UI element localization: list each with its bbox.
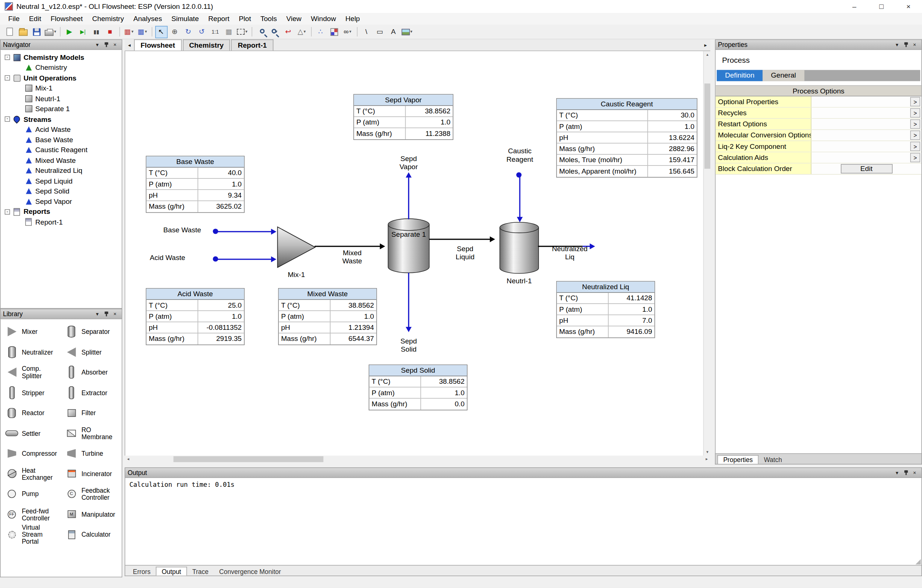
select-region-icon[interactable]: ▾: [236, 26, 248, 38]
scroll-down-icon[interactable]: ▼: [704, 449, 711, 456]
menu-item-plot[interactable]: Plot: [234, 14, 256, 24]
stream-label-sepd-solid[interactable]: Sepd Solid: [392, 337, 425, 353]
minimize-button[interactable]: –: [841, 0, 868, 13]
chevron-right-button[interactable]: >: [910, 131, 920, 140]
tree-node-chemistry[interactable]: Chemistry: [3, 63, 122, 73]
stream-table-caustic-reagent[interactable]: Caustic ReagentT (°C)30.0P (atm)1.0pH13.…: [556, 98, 697, 178]
chevron-right-button[interactable]: >: [910, 153, 920, 162]
stream-table-acid-waste[interactable]: Acid WasteT (°C)25.0P (atm)1.0pH-0.08113…: [146, 288, 245, 345]
print-icon[interactable]: ▾: [44, 26, 57, 38]
right-splitter[interactable]: [710, 39, 715, 467]
expander-icon[interactable]: -: [5, 209, 10, 214]
stream-label-caustic-reagent[interactable]: Caustic Reagent: [500, 147, 539, 163]
undo-icon[interactable]: ↩: [282, 26, 294, 38]
rotate-cw-icon[interactable]: ↻: [182, 26, 194, 38]
tab-general[interactable]: General: [763, 70, 804, 81]
stream-table-base-waste[interactable]: Base WasteT (°C)40.0P (atm)1.0pH9.34Mass…: [146, 156, 245, 213]
water-analysis-icon[interactable]: ▦▾: [136, 26, 149, 38]
tree-node-acid-waste[interactable]: Acid Waste: [3, 124, 122, 135]
stream-line-sepd-vapor[interactable]: [408, 177, 409, 219]
chevron-down-icon[interactable]: ▾: [893, 469, 901, 477]
process-option-row[interactable]: Restart Options>: [716, 119, 921, 130]
canvas-horizontal-scrollbar[interactable]: ◄ ►: [124, 456, 710, 463]
tab-scroll-right-icon[interactable]: ▸: [701, 39, 710, 51]
molecule-icon[interactable]: ∴: [314, 26, 327, 38]
chevron-right-button[interactable]: >: [910, 108, 920, 118]
library-item-mixer[interactable]: Mixer: [2, 322, 62, 342]
library-item-separator[interactable]: Separator: [62, 322, 122, 342]
tab-definition[interactable]: Definition: [717, 70, 762, 81]
library-item-ro-membrane[interactable]: RO Membrane: [62, 423, 122, 443]
tab-convergence-monitor[interactable]: Convergence Monitor: [214, 567, 286, 575]
canvas-vertical-scrollbar[interactable]: ▲ ▼: [703, 51, 710, 456]
library-item-stripper[interactable]: Stripper: [2, 382, 62, 403]
tab-trace[interactable]: Trace: [187, 567, 214, 575]
zoom-in-icon[interactable]: [255, 26, 267, 38]
menu-item-chemistry[interactable]: Chemistry: [88, 14, 129, 24]
stream-label-acid-waste[interactable]: Acid Waste: [138, 253, 185, 262]
stream-table-sepd-solid[interactable]: Sepd SolidT (°C)38.8562P (atm)1.0Mass (g…: [369, 364, 467, 410]
stream-line-sepd-liquid[interactable]: [429, 238, 493, 240]
tree-node-separate-1[interactable]: Separate 1: [3, 104, 122, 114]
tab-scroll-left-icon[interactable]: ◂: [124, 39, 134, 51]
stream-table-sepd-vapor[interactable]: Sepd VaporT (°C)38.8562P (atm)1.0Mass (g…: [353, 94, 454, 140]
chevron-down-icon[interactable]: ▾: [93, 310, 102, 318]
pin-icon[interactable]: [101, 41, 110, 49]
process-option-row[interactable]: Molecular Conversion Options>: [716, 130, 921, 141]
tree-node-report-1[interactable]: Report-1: [3, 217, 122, 227]
stream-label-neutralized-liq[interactable]: Neutralized Liq: [549, 245, 590, 261]
draw-line-icon[interactable]: \: [360, 26, 372, 38]
tab-output[interactable]: Output: [156, 567, 187, 575]
salt-table-icon[interactable]: [328, 26, 340, 38]
stream-label-base-waste[interactable]: Base Waste: [154, 226, 201, 234]
process-option-row[interactable]: Recycles>: [716, 108, 921, 119]
pan-icon[interactable]: ⊕: [168, 26, 181, 38]
flip-icon[interactable]: △▾: [296, 26, 308, 38]
tab-report-1[interactable]: Report-1: [231, 39, 273, 51]
menu-item-file[interactable]: File: [4, 14, 25, 24]
close-button[interactable]: ×: [895, 0, 922, 13]
library-item-turbine[interactable]: Turbine: [62, 443, 122, 464]
library-item-compressor[interactable]: Compressor: [2, 443, 62, 464]
library-item-feed-fwd-controller[interactable]: FFFeed-fwd Controller: [2, 504, 62, 524]
stream-line-mixed-waste[interactable]: [315, 246, 383, 247]
library-item-neutralizer[interactable]: Neutralizer: [2, 342, 62, 362]
actual-size-icon[interactable]: 1:1: [209, 26, 221, 38]
insert-image-icon[interactable]: ▾: [401, 26, 413, 38]
tree-node-caustic-reagent[interactable]: Caustic Reagent: [3, 145, 122, 155]
pause-icon[interactable]: ▮▮: [90, 26, 102, 38]
close-icon[interactable]: ×: [110, 310, 119, 318]
menu-item-analyses[interactable]: Analyses: [129, 14, 167, 24]
stream-line-acid-waste[interactable]: [216, 258, 274, 260]
process-option-row[interactable]: Calculation Aids>: [716, 152, 921, 163]
library-item-pump[interactable]: Pump: [2, 484, 62, 504]
run-to-end-icon[interactable]: ▶|: [77, 26, 89, 38]
neutralizer-shape[interactable]: [499, 221, 539, 275]
tab-chemistry[interactable]: Chemistry: [183, 39, 230, 51]
vertical-scroll-thumb[interactable]: [705, 83, 710, 169]
neutralizer-label[interactable]: Neutrl-1: [495, 277, 544, 286]
close-icon[interactable]: ×: [110, 41, 119, 49]
zoom-out-icon[interactable]: ▾: [268, 26, 281, 38]
chemistry-model-icon[interactable]: ▦▾: [123, 26, 135, 38]
process-option-row[interactable]: Optional Properties>: [716, 96, 921, 108]
menu-item-tools[interactable]: Tools: [256, 14, 281, 24]
tree-node-mix-1[interactable]: Mix-1: [3, 83, 122, 93]
chevron-right-button[interactable]: >: [910, 119, 920, 129]
mixer-shape[interactable]: [277, 226, 316, 268]
tree-node-chemistry-models[interactable]: -Chemistry Models: [3, 52, 122, 63]
tree-node-unit-operations[interactable]: -Unit Operations: [3, 73, 122, 83]
stream-label-sepd-vapor[interactable]: Sepd Vapor: [392, 155, 425, 172]
tree-node-streams[interactable]: -Streams: [3, 114, 122, 124]
separator-shape[interactable]: [387, 217, 430, 274]
library-item-incinerator[interactable]: Incinerator: [62, 464, 122, 484]
stream-table-mixed-waste[interactable]: Mixed WasteT (°C)38.8562P (atm)1.0pH1.21…: [278, 288, 377, 345]
menu-item-window[interactable]: Window: [306, 14, 340, 24]
menu-item-simulate[interactable]: Simulate: [167, 14, 204, 24]
open-icon[interactable]: [17, 26, 29, 38]
chevron-down-icon[interactable]: ▾: [893, 41, 901, 49]
snap-grid-icon[interactable]: ▦: [223, 26, 235, 38]
new-icon[interactable]: [4, 26, 16, 38]
close-icon[interactable]: ×: [910, 469, 919, 477]
process-option-row[interactable]: Liq-2 Key Component>: [716, 141, 921, 152]
